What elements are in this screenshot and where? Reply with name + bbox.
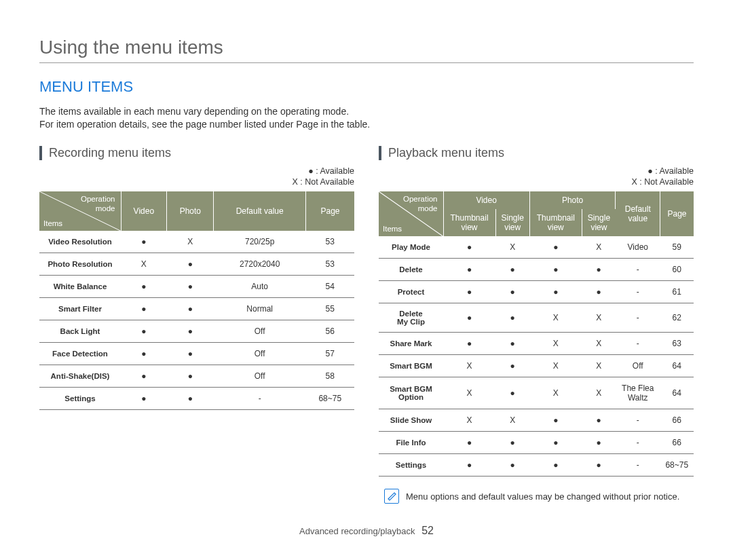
- table-cell: ●: [495, 281, 529, 303]
- table-row: Smart BGMOptionX●XXThe FleaWaltz64: [379, 377, 694, 409]
- table-cell: ●: [121, 320, 167, 343]
- row-item-name: Smart Filter: [39, 298, 121, 320]
- table-row: Smart BGMX●XXOff64: [379, 355, 694, 377]
- table-cell: ●: [121, 388, 167, 410]
- table-cell: ●: [443, 333, 495, 355]
- table-cell: ●: [443, 236, 495, 259]
- col-page: Page: [660, 191, 694, 236]
- table-cell: ●: [121, 276, 167, 298]
- corner-top: Operationmode: [403, 195, 438, 212]
- row-item-name: Play Mode: [379, 236, 443, 259]
- table-cell: ●: [167, 388, 214, 410]
- table-cell: ●: [495, 333, 529, 355]
- table-cell: -: [616, 333, 660, 355]
- row-item-name: Slide Show: [379, 409, 443, 432]
- table-cell: ●: [582, 409, 616, 432]
- table-cell: -: [616, 303, 660, 333]
- footer-page-number: 52: [421, 525, 434, 536]
- table-cell: ●: [495, 432, 529, 454]
- table-cell: ●: [167, 253, 214, 276]
- table-cell: X: [495, 236, 529, 259]
- note-icon: [384, 489, 399, 504]
- row-item-name: Settings: [39, 388, 121, 410]
- table-row: Delete●●●●-60: [379, 259, 694, 281]
- table-cell: ●: [582, 281, 616, 303]
- table-cell: X: [529, 333, 582, 355]
- table-cell: X: [582, 355, 616, 377]
- table-cell: Normal: [214, 298, 306, 320]
- table-cell: X: [443, 355, 495, 377]
- table-cell: ●: [495, 377, 529, 409]
- table-cell: 53: [305, 231, 354, 253]
- table-cell: ●: [443, 303, 495, 333]
- table-cell: -: [616, 409, 660, 432]
- table-cell: 61: [660, 281, 694, 303]
- col-group-video: Video: [443, 191, 529, 209]
- table-cell: -: [616, 432, 660, 454]
- table-row: Protect●●●●-61: [379, 281, 694, 303]
- table-cell: ●: [443, 281, 495, 303]
- table-cell: Off: [214, 320, 306, 343]
- table-cell: 68~75: [660, 454, 694, 477]
- recording-table: Operationmode Items Video Photo Default …: [39, 191, 354, 410]
- col-video: Video: [121, 191, 167, 231]
- table-cell: ●: [529, 454, 582, 477]
- table-cell: 720/25p: [214, 231, 306, 253]
- table-row: Anti-Shake(DIS)●●Off58: [39, 365, 354, 388]
- table-cell: ●: [167, 276, 214, 298]
- table-cell: 60: [660, 259, 694, 281]
- table-cell: -: [616, 281, 660, 303]
- table-cell: Auto: [214, 276, 306, 298]
- row-item-name: Smart BGMOption: [379, 377, 443, 409]
- row-item-name: Photo Resolution: [39, 253, 121, 276]
- table-cell: ●: [121, 343, 167, 365]
- table-cell: ●: [582, 432, 616, 454]
- table-row: Back Light●●Off56: [39, 320, 354, 343]
- table-row: Video Resolution●X720/25p53: [39, 231, 354, 253]
- row-item-name: Face Detection: [39, 343, 121, 365]
- table-cell: ●: [167, 320, 214, 343]
- recording-subhead: Recording menu items: [39, 146, 354, 160]
- table-cell: 64: [660, 355, 694, 377]
- table-cell: ●: [529, 259, 582, 281]
- table-cell: 56: [305, 320, 354, 343]
- table-cell: 68~75: [305, 388, 354, 410]
- col-photo-thumb: Thumbnailview: [529, 209, 582, 236]
- table-cell: 63: [660, 333, 694, 355]
- table-cell: -: [214, 388, 306, 410]
- table-cell: ●: [495, 454, 529, 477]
- table-cell: 59: [660, 236, 694, 259]
- table-cell: -: [616, 454, 660, 477]
- table-row: Share Mark●●XX-63: [379, 333, 694, 355]
- table-cell: X: [443, 377, 495, 409]
- corner-top: Operationmode: [81, 195, 115, 212]
- col-page: Page: [305, 191, 354, 231]
- row-item-name: DeleteMy Clip: [379, 303, 443, 333]
- table-cell: 66: [660, 432, 694, 454]
- col-default: Default value: [214, 191, 306, 231]
- row-item-name: Smart BGM: [379, 355, 443, 377]
- table-cell: ●: [495, 355, 529, 377]
- table-cell: X: [529, 303, 582, 333]
- playback-table: Operationmode Items Video Photo Defaultv…: [379, 191, 694, 477]
- table-cell: ●: [121, 298, 167, 320]
- row-item-name: White Balance: [39, 276, 121, 298]
- table-cell: Video: [616, 236, 660, 259]
- page-footer: Advanced recording/playback 52: [0, 525, 733, 537]
- col-video-thumb: Thumbnailview: [443, 209, 495, 236]
- table-cell: 62: [660, 303, 694, 333]
- table-cell: ●: [443, 259, 495, 281]
- table-cell: 57: [305, 343, 354, 365]
- table-cell: Off: [214, 343, 306, 365]
- table-cell: ●: [529, 236, 582, 259]
- table-cell: ●: [529, 281, 582, 303]
- table-cell: ●: [495, 259, 529, 281]
- table-cell: 66: [660, 409, 694, 432]
- table-cell: The FleaWaltz: [616, 377, 660, 409]
- row-item-name: Back Light: [39, 320, 121, 343]
- corner-bottom: Items: [383, 225, 402, 233]
- recording-corner-header: Operationmode Items: [39, 191, 121, 231]
- table-cell: 55: [305, 298, 354, 320]
- table-cell: ●: [582, 454, 616, 477]
- table-cell: 2720x2040: [214, 253, 306, 276]
